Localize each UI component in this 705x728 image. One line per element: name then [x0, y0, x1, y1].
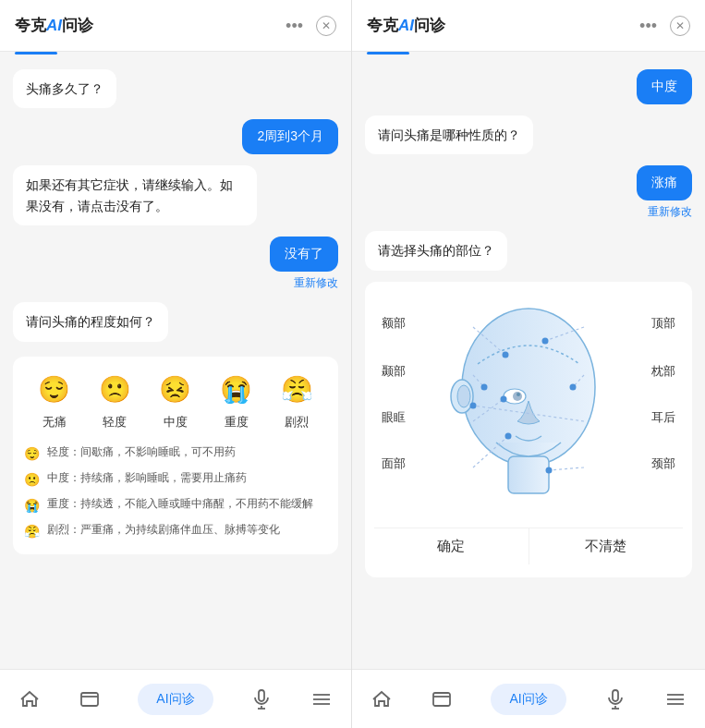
left-chat-area: 头痛多久了？ 2周到3个月 如果还有其它症状，请继续输入。如果没有，请点击没有了… — [0, 55, 351, 669]
pain-emoji-mild: 🙁 — [94, 370, 135, 410]
pain-emoji-none: 😌 — [34, 370, 75, 410]
msg-no-more[interactable]: 没有了 — [270, 237, 338, 272]
nav-home-right[interactable] — [371, 688, 393, 710]
left-panel: 夸克AI问诊 ••• ✕ 头痛多久了？ 2周到3个月 如果还有其它症状，请继续输… — [0, 0, 352, 728]
pain-desc-mild: 😌 轻度：间歇痛，不影响睡眠，可不用药 — [24, 443, 327, 464]
pain-label-severe: 重度 — [225, 414, 249, 431]
svg-line-29 — [549, 467, 584, 470]
nav-ai-right[interactable]: AI问诊 — [491, 684, 565, 715]
svg-point-11 — [457, 385, 470, 407]
head-svg — [436, 299, 621, 512]
nav-menu-right[interactable] — [664, 688, 687, 710]
msg-pain-type-question: 请问头痛是哪种性质的？ — [365, 115, 533, 154]
label-erhou: 耳后 — [651, 409, 675, 426]
label-jingbu: 颈部 — [651, 455, 675, 472]
pain-emoji-intense: 😤 — [276, 370, 317, 410]
nav-ai-left[interactable]: AI问诊 — [138, 684, 213, 715]
pain-option-mild[interactable]: 🙁 轻度 — [94, 370, 135, 431]
svg-point-18 — [481, 383, 488, 390]
svg-point-28 — [470, 402, 477, 408]
svg-point-30 — [546, 467, 553, 473]
svg-rect-33 — [613, 690, 618, 701]
nav-mic-right[interactable] — [604, 688, 626, 710]
left-title: 夸克AI问诊 — [15, 15, 93, 36]
pain-label-moderate: 中度 — [164, 414, 188, 431]
pain-options-row: 😌 无痛 🙁 轻度 😣 中度 😭 重度 😤 剧烈 — [24, 370, 327, 431]
left-header: 夸克AI问诊 ••• ✕ — [0, 0, 351, 52]
left-header-icons: ••• ✕ — [286, 16, 336, 36]
pain-selector-card: 😌 无痛 🙁 轻度 😣 中度 😭 重度 😤 剧烈 — [13, 357, 338, 554]
pain-descriptions: 😌 轻度：间歇痛，不影响睡眠，可不用药 🙁 中度：持续痛，影响睡眠，需要用止痛药… — [24, 443, 327, 541]
svg-point-24 — [542, 337, 549, 344]
label-ebu: 额部 — [382, 315, 406, 332]
label-nianbu: 颞部 — [382, 363, 406, 380]
more-icon-right[interactable]: ••• — [639, 18, 657, 34]
label-yanjing: 眼眶 — [382, 409, 406, 426]
msg-no-more-wrap: 没有了 重新修改 — [13, 237, 338, 291]
pain-emoji-severe: 😭 — [216, 370, 257, 410]
nav-menu-left[interactable] — [310, 688, 333, 710]
msg-moderate-wrap: 中度 — [365, 69, 692, 104]
unclear-button[interactable]: 不清楚 — [529, 528, 684, 564]
pain-option-none[interactable]: 😌 无痛 — [34, 370, 75, 431]
pain-option-severe[interactable]: 😭 重度 — [216, 370, 257, 431]
close-icon-right[interactable]: ✕ — [670, 16, 690, 36]
pain-option-moderate[interactable]: 😣 中度 — [155, 370, 196, 431]
diagram-actions: 确定 不清楚 — [374, 528, 683, 564]
msg-moderate: 中度 — [637, 69, 692, 104]
close-icon-left[interactable]: ✕ — [316, 16, 336, 36]
label-zhenbu: 枕部 — [651, 363, 675, 380]
pain-desc-moderate: 🙁 中度：持续痛，影响睡眠，需要用止痛药 — [24, 469, 327, 490]
msg-location-question: 请选择头痛的部位？ — [365, 231, 507, 270]
right-header-icons: ••• ✕ — [639, 16, 690, 36]
right-chat-area: 中度 请问头痛是哪种性质的？ 涨痛 重新修改 请选择头痛的部位？ 额部 颞部 眼… — [352, 55, 705, 669]
msg-headache-duration-question: 头痛多久了？ — [13, 69, 116, 108]
msg-pain-level-question: 请问头痛的程度如何？ — [13, 302, 168, 341]
nav-browser-left[interactable] — [79, 688, 101, 710]
pain-emoji-moderate: 😣 — [155, 370, 196, 410]
head-diagram-card: 额部 颞部 眼眶 面部 顶部 枕部 耳后 颈部 — [365, 282, 692, 577]
right-header: 夸克AI问诊 ••• ✕ — [352, 0, 705, 52]
pain-desc-intense: 😤 剧烈：严重痛，为持续剧痛伴血压、脉搏等变化 — [24, 521, 327, 541]
svg-point-16 — [503, 351, 509, 358]
more-icon-left[interactable]: ••• — [286, 18, 303, 34]
right-bottom-nav: AI问诊 — [352, 669, 705, 728]
revise-link-left[interactable]: 重新修改 — [294, 275, 338, 291]
label-mianbu: 面部 — [382, 455, 406, 472]
confirm-button[interactable]: 确定 — [374, 528, 529, 564]
svg-rect-31 — [433, 693, 450, 706]
left-bottom-nav: AI问诊 — [0, 669, 351, 728]
label-dingbu: 顶部 — [651, 315, 675, 332]
msg-zhangpain-wrap: 涨痛 重新修改 — [365, 165, 692, 220]
msg-continue-prompt: 如果还有其它症状，请继续输入。如果没有，请点击没有了。 — [13, 165, 257, 225]
right-title: 夸克AI问诊 — [367, 15, 445, 36]
pain-label-none: 无痛 — [43, 414, 67, 431]
svg-rect-0 — [81, 693, 98, 706]
svg-rect-2 — [259, 690, 264, 701]
pain-label-mild: 轻度 — [103, 414, 127, 431]
pain-option-intense[interactable]: 😤 剧烈 — [276, 370, 317, 431]
svg-rect-9 — [508, 456, 549, 493]
pain-label-intense: 剧烈 — [285, 414, 309, 431]
msg-duration-answer: 2周到3个月 — [242, 119, 338, 154]
right-panel: 夸克AI问诊 ••• ✕ 中度 请问头痛是哪种性质的？ 涨痛 重新修改 请选择头… — [352, 0, 705, 728]
revise-link-right[interactable]: 重新修改 — [648, 204, 692, 220]
svg-point-22 — [505, 432, 512, 439]
svg-point-14 — [517, 393, 520, 396]
svg-point-20 — [501, 395, 507, 402]
nav-mic-left[interactable] — [250, 688, 273, 710]
nav-home-left[interactable] — [18, 688, 41, 710]
msg-duration-answer-wrap: 2周到3个月 — [13, 119, 338, 154]
nav-browser-right[interactable] — [431, 688, 453, 710]
svg-point-26 — [570, 383, 577, 390]
head-diagram: 额部 颞部 眼眶 面部 顶部 枕部 耳后 颈部 — [374, 295, 683, 516]
pain-desc-severe: 😭 重度：持续透，不能入睡或睡中痛醒，不用药不能缓解 — [24, 495, 327, 516]
msg-zhangpain: 涨痛 — [637, 165, 692, 200]
